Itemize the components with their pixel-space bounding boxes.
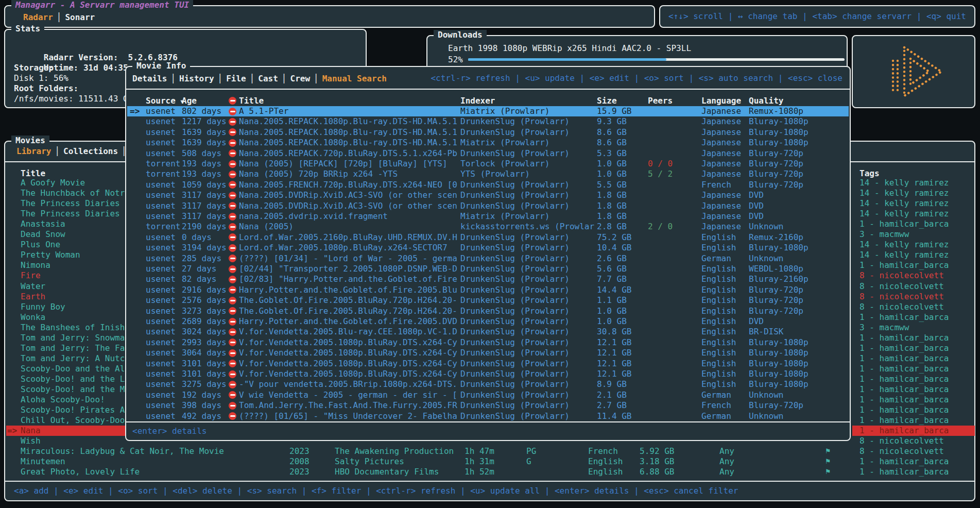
search-result-row[interactable]: usenet3273 daysThe.Goblet.Of.Fire.2005.B… bbox=[126, 306, 850, 316]
result-size: 1.0 GB bbox=[597, 316, 643, 327]
result-peers: 0 / 0 bbox=[648, 159, 689, 169]
tag-item: 1 - hamilcar_barca bbox=[859, 467, 975, 477]
column-peers[interactable]: Peers bbox=[648, 96, 673, 106]
rejected-icon bbox=[229, 202, 236, 210]
movie-year: 2023 bbox=[289, 467, 320, 477]
result-quality: Bluray-1080p bbox=[749, 138, 831, 148]
tag-item: 14 - kelly ramirez bbox=[859, 188, 975, 198]
search-result-row[interactable]: usenet1639 daysNana.2005.REPACK.1080p.Bl… bbox=[126, 138, 850, 148]
result-indexer: DrunkenSlug (Prowlarr) bbox=[460, 285, 595, 295]
column-quality[interactable]: Quality bbox=[749, 96, 783, 106]
search-result-row[interactable]: usenet2993 daysV.for.Vendetta.2005.1080p… bbox=[126, 337, 850, 348]
tag-item: 3 - macmww bbox=[859, 323, 975, 333]
search-result-row[interactable]: usenet492 days(????) [01/65] - "Miss Und… bbox=[126, 411, 850, 421]
result-indexer: Miatrix (Prowlarr) bbox=[460, 106, 595, 116]
search-result-row[interactable]: usenet3275 days-"V pour vendetta.2005.BR… bbox=[126, 379, 850, 390]
column-age[interactable]: Age bbox=[182, 96, 197, 106]
search-result-row[interactable]: usenet3117 daysNana.2005.DVDRip.XviD.AC3… bbox=[126, 190, 850, 200]
global-keybindings-panel: <↑↓> scroll | ↔ change tab | <tab> chang… bbox=[659, 5, 975, 28]
result-language: German bbox=[701, 390, 748, 400]
tab-divider: │ bbox=[167, 74, 179, 83]
root-folders-label: Root Folders: bbox=[14, 83, 78, 94]
tab-file[interactable]: File bbox=[226, 74, 246, 83]
search-result-row[interactable]: usenet508 daysNana.2005.REPACK.720p.BluR… bbox=[126, 148, 850, 159]
search-result-row[interactable]: usenet3024 daysV.for.Vendetta.2005.Blu-r… bbox=[126, 327, 850, 337]
search-result-row[interactable]: usenet2689 daysHarry.Potter.and.the.Gobl… bbox=[126, 316, 850, 327]
search-result-row[interactable]: usenet3194 daysLord.of.War.2005.1080p.Bl… bbox=[126, 243, 850, 253]
tab-manual-search[interactable]: Manual Search bbox=[322, 74, 387, 83]
movie-studio: HBO Documentary Films bbox=[335, 467, 458, 477]
movie-list-item[interactable]: Miraculous: Ladybug & Cat Noir, The Movi… bbox=[21, 446, 309, 456]
column-indexer[interactable]: Indexer bbox=[460, 96, 495, 106]
search-result-row[interactable]: usenet1217 daysNana.2005.REPACK.1080p.Bl… bbox=[126, 116, 850, 127]
result-age: 3117 days bbox=[182, 201, 228, 211]
search-result-row[interactable]: usenet0 daysLord.of.War.2005.2160p.BluRa… bbox=[126, 232, 850, 243]
movie-year: 2023 bbox=[289, 446, 320, 456]
search-result-row[interactable]: torrent2190 daysNana (2005)kickasstorren… bbox=[126, 222, 850, 232]
tab-collections[interactable]: Collections bbox=[63, 146, 118, 156]
search-result-row[interactable]: usenet3101 daysV.for.Vendetta.2005.1080p… bbox=[126, 369, 850, 379]
result-title: A 5.1-PTer bbox=[239, 106, 459, 116]
result-source: usenet bbox=[146, 400, 182, 411]
result-source: usenet bbox=[146, 116, 182, 127]
result-indexer: YTS (Prowlarr) bbox=[460, 169, 595, 179]
result-peers: 5 / 2 bbox=[648, 169, 689, 179]
tab-crew[interactable]: Crew bbox=[290, 74, 311, 83]
search-result-row[interactable]: usenet27 days[02/44] "Transporter 2.2005… bbox=[126, 264, 850, 274]
download-item-title: Earth 1998 1080p WEBRip x265 Hindi AAC2.… bbox=[448, 43, 839, 54]
result-source: usenet bbox=[146, 295, 182, 306]
result-quality: Bluray-1080p bbox=[749, 337, 831, 348]
result-source: usenet bbox=[146, 190, 182, 200]
result-age: 3024 days bbox=[182, 327, 228, 337]
rejected-icon bbox=[229, 402, 236, 410]
tab-library[interactable]: Library bbox=[16, 146, 51, 156]
result-age: 0 days bbox=[182, 232, 228, 243]
tag-item: 1 - hamilcar_barca bbox=[859, 405, 975, 415]
search-result-row[interactable]: usenet3064 daysV.for.Vendetta.2005.1080p… bbox=[126, 348, 850, 358]
movie-quality-profile: Any bbox=[719, 467, 750, 477]
search-result-row[interactable]: =>usenet802 daysA 5.1-PTerMiatrix (Prowl… bbox=[126, 106, 850, 116]
result-age: 3101 days bbox=[182, 369, 228, 379]
movie-list-item[interactable]: Minutemen bbox=[21, 456, 309, 467]
search-result-row[interactable]: usenet82 days[02/83] "Harry.Potter.and.t… bbox=[126, 274, 850, 284]
search-result-row[interactable]: usenet3117 daysNana.2005.DVDRip.XviD.AC3… bbox=[126, 201, 850, 211]
rejected-icon bbox=[229, 160, 236, 168]
search-result-row[interactable]: usenet398 daysTom.And.Jerry.The.Fast.And… bbox=[126, 400, 850, 411]
tab-sonarr[interactable]: Sonarr bbox=[65, 12, 95, 22]
search-result-row[interactable]: usenet3117 daysnana.2005.dvdrip.xvid.fra… bbox=[126, 211, 850, 222]
result-source: usenet bbox=[146, 285, 182, 295]
result-indexer: DrunkenSlug (Prowlarr) bbox=[460, 116, 595, 127]
column-language[interactable]: Language bbox=[701, 96, 741, 106]
result-title: V.for.Vendetta.2005.1080p.BluRay.DTS.x26… bbox=[239, 369, 459, 379]
column-size[interactable]: Size bbox=[597, 96, 617, 106]
search-result-row[interactable]: usenet3101 daysV.for.Vendetta.2005.1080p… bbox=[126, 359, 850, 369]
result-quality: Bluray-720p bbox=[749, 169, 831, 179]
column-title[interactable]: Title bbox=[239, 96, 264, 106]
result-title: V.for.Vendetta.2005.1080p.BluRay.DTS.x26… bbox=[239, 359, 459, 369]
movie-list-item[interactable]: Great Photo, Lovely Life bbox=[21, 467, 309, 477]
search-result-row[interactable]: usenet1639 daysNana.2005.REPACK.1080p.Bl… bbox=[126, 127, 850, 138]
result-source: usenet bbox=[146, 379, 182, 390]
tab-details[interactable]: Details bbox=[132, 74, 167, 83]
result-title: Nana (2005) 720p BRRip x264 -YTS bbox=[239, 169, 459, 179]
search-result-row[interactable]: usenet2916 daysHarry.Potter.and.the.Gobl… bbox=[126, 285, 850, 295]
rejected-icon bbox=[229, 149, 236, 157]
movie-info-title: Movie Info bbox=[132, 61, 190, 71]
result-indexer: Miatrix (Prowlarr) bbox=[460, 211, 595, 222]
result-language: English bbox=[701, 295, 748, 306]
tag-item: 14 - kelly ramirez bbox=[859, 209, 975, 219]
search-result-row[interactable]: torrent193 daysNana (2005) 720p BRRip x2… bbox=[126, 169, 850, 179]
search-result-row[interactable]: usenet285 days(????) [01/34] - "Lord of … bbox=[126, 253, 850, 264]
tag-item: 1 - hamilcar_barca bbox=[859, 374, 975, 384]
tab-radarr[interactable]: Radarr bbox=[23, 12, 53, 22]
tag-item: 1 - hamilcar_barca bbox=[859, 395, 975, 405]
column-source[interactable]: Source bbox=[146, 96, 176, 106]
tag-item: 8 - nicolecolvett bbox=[859, 292, 975, 302]
search-result-row[interactable]: torrent193 daysNana (2005) [REPACK] [720… bbox=[126, 159, 850, 169]
search-result-row[interactable]: usenet2576 daysThe.Goblet.Of.Fire.2005.B… bbox=[126, 295, 850, 306]
tab-history[interactable]: History bbox=[179, 74, 214, 83]
search-result-row[interactable]: usenet192 daysV wie Vendetta - 2005 - ge… bbox=[126, 390, 850, 400]
tab-cast[interactable]: Cast bbox=[258, 74, 278, 83]
tag-item: 1 - hamilcar_barca bbox=[859, 353, 975, 364]
search-result-row[interactable]: usenet1059 daysNana.2005.FRENCH.720p.Blu… bbox=[126, 180, 850, 190]
